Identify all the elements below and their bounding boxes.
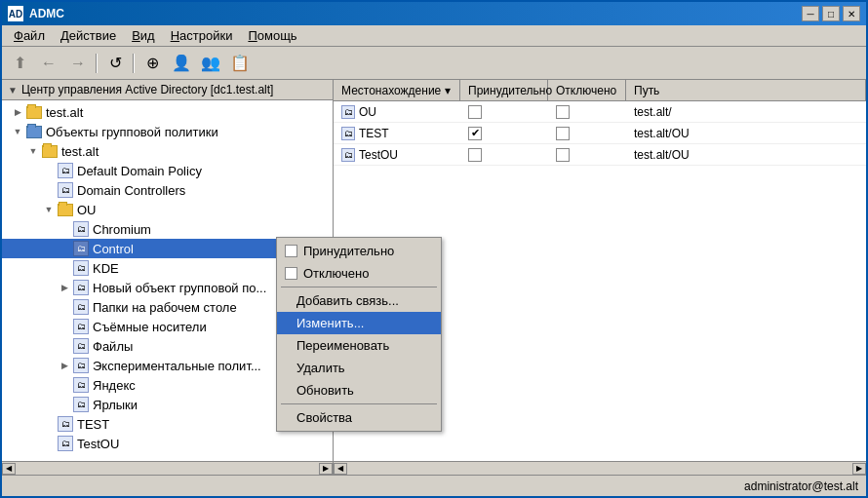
tree-item-default-domain[interactable]: 🗂 Default Domain Policy xyxy=(2,161,333,180)
col-label-path: Путь xyxy=(634,84,659,97)
toolbar-users[interactable]: 👥 xyxy=(197,51,224,76)
title-bar: AD ADMC ─ □ ✕ xyxy=(2,2,866,25)
checkbox-enforced-ou[interactable] xyxy=(468,105,482,119)
tree-item-testou[interactable]: 🗂 TestOU xyxy=(2,434,333,453)
expand-removable-media xyxy=(57,322,72,331)
left-panel-title: Центр управления Active Directory [dc1.t… xyxy=(21,83,274,96)
context-menu-item-properties[interactable]: Свойства xyxy=(277,406,441,429)
expand-yandex xyxy=(57,380,72,390)
label-kde: KDE xyxy=(93,261,119,276)
expand-experimental[interactable]: ▶ xyxy=(57,361,72,370)
toolbar-refresh[interactable]: ↺ xyxy=(101,51,129,76)
icon-yandex: 🗂 xyxy=(72,377,90,393)
menu-action[interactable]: Действие xyxy=(53,26,124,45)
label-control: Control xyxy=(93,242,134,256)
toolbar-user[interactable]: 👤 xyxy=(168,51,195,76)
label-domain-controllers: Domain Controllers xyxy=(77,183,185,198)
checkbox-enforced-test[interactable]: ✔ xyxy=(468,127,482,140)
menu-settings[interactable]: Настройки xyxy=(163,26,241,45)
label-folders-desktop: Папки на рабочем столе xyxy=(93,300,237,315)
right-scroll-left[interactable]: ◀ xyxy=(334,463,347,475)
table-row-test[interactable]: 🗂 TEST ✔ test.alt/OU xyxy=(334,123,866,144)
label-testou: TestOU xyxy=(77,437,119,451)
title-bar-left: AD ADMC xyxy=(8,6,64,21)
col-header-disabled[interactable]: Отключено xyxy=(548,80,626,100)
context-menu-item-rename[interactable]: Переименовать xyxy=(277,334,441,357)
col-header-location[interactable]: Местонахождение ▾ xyxy=(334,80,460,100)
cell-location-ou: 🗂 OU xyxy=(334,103,460,121)
context-sep1 xyxy=(281,287,437,287)
expand-gpo-root[interactable]: ▼ xyxy=(10,127,25,136)
context-check-disabled[interactable] xyxy=(285,267,297,280)
table-header: Местонахождение ▾ Принудительно Отключен… xyxy=(334,80,866,101)
right-scroll-track xyxy=(347,464,852,474)
table-row-testou[interactable]: 🗂 TestOU test.alt/OU xyxy=(334,144,866,166)
right-hscrollbar[interactable]: ◀ ▶ xyxy=(334,461,866,475)
col-header-enforced[interactable]: Принудительно xyxy=(460,80,548,100)
tree-hscrollbar[interactable]: ◀ ▶ xyxy=(2,461,333,475)
tree-item-test-alt-sub[interactable]: ▼ test.alt xyxy=(2,141,333,161)
toolbar: ⬆ ← → ↺ ⊕ 👤 👥 📋 xyxy=(2,47,866,80)
context-menu-item-enforced[interactable]: Принудительно xyxy=(277,240,441,262)
close-button[interactable]: ✕ xyxy=(843,6,860,21)
menu-view[interactable]: Вид xyxy=(124,26,163,45)
icon-testou: 🗂 xyxy=(57,436,74,451)
checkbox-disabled-testou[interactable] xyxy=(556,148,570,162)
title-bar-controls: ─ □ ✕ xyxy=(802,6,860,21)
label-shortcuts: Ярлыки xyxy=(93,398,138,412)
toolbar-sep2 xyxy=(133,54,135,73)
icon-removable-media: 🗂 xyxy=(72,319,90,334)
scroll-right-btn[interactable]: ▶ xyxy=(319,463,333,475)
tree-item-chromium[interactable]: 🗂 Chromium xyxy=(2,219,333,239)
icon-gpo-root xyxy=(25,124,43,139)
toolbar-up[interactable]: ⬆ xyxy=(6,51,33,76)
cell-path-ou: test.alt/ xyxy=(626,103,866,121)
context-menu-item-delete[interactable]: Удалить xyxy=(277,357,441,379)
icon-test-alt-sub xyxy=(41,143,59,159)
expand-kde xyxy=(57,263,72,273)
scroll-track xyxy=(16,464,319,474)
context-menu-item-refresh[interactable]: Обновить xyxy=(277,379,441,402)
expand-test-alt[interactable]: ▶ xyxy=(10,107,25,117)
context-menu-item-edit[interactable]: Изменить... xyxy=(277,312,441,334)
expand-test-alt-sub[interactable]: ▼ xyxy=(25,146,41,156)
checkbox-disabled-test[interactable] xyxy=(556,127,570,140)
tree-item-gpo-root[interactable]: ▼ Объекты групповой политики xyxy=(2,122,333,141)
expand-testou xyxy=(41,439,57,448)
toolbar-properties[interactable]: 📋 xyxy=(226,51,254,76)
table-row-ou[interactable]: 🗂 OU test.alt/ xyxy=(334,101,866,123)
cell-enforced-testou xyxy=(460,146,548,164)
context-check-enforced[interactable] xyxy=(285,245,297,257)
minimize-button[interactable]: ─ xyxy=(802,6,819,21)
context-sep2 xyxy=(281,403,437,404)
tree-item-domain-controllers[interactable]: 🗂 Domain Controllers xyxy=(2,180,333,200)
toolbar-add[interactable]: ⊕ xyxy=(138,51,166,76)
cell-location-test: 🗂 TEST xyxy=(334,125,460,142)
icon-test-alt xyxy=(25,104,43,120)
toolbar-forward[interactable]: → xyxy=(64,51,92,76)
expand-new-gpo[interactable]: ▶ xyxy=(57,283,72,292)
context-menu-item-disabled[interactable]: Отключено xyxy=(277,262,441,285)
col-label-disabled: Отключено xyxy=(556,84,616,97)
checkbox-disabled-ou[interactable] xyxy=(556,105,570,119)
menu-file[interactable]: Файл xyxy=(6,26,53,45)
label-removable-media: Съёмные носители xyxy=(93,320,207,334)
context-menu-item-add-link[interactable]: Добавить связь... xyxy=(277,289,441,312)
tree-item-ou[interactable]: ▼ OU xyxy=(2,200,333,219)
expand-domain-controllers xyxy=(41,185,57,195)
expand-folders-desktop xyxy=(57,302,72,312)
status-bar: administrator@test.alt xyxy=(2,475,866,496)
icon-chromium: 🗂 xyxy=(72,221,90,237)
restore-button[interactable]: □ xyxy=(822,6,840,21)
menu-help[interactable]: Помощь xyxy=(240,26,304,45)
expand-ou[interactable]: ▼ xyxy=(41,205,57,214)
col-header-path[interactable]: Путь xyxy=(626,80,866,100)
icon-test: 🗂 xyxy=(57,416,74,432)
tree-item-test-alt[interactable]: ▶ test.alt xyxy=(2,102,333,122)
scroll-left-btn[interactable]: ◀ xyxy=(2,463,16,475)
label-yandex: Яндекс xyxy=(93,378,136,393)
right-scroll-right[interactable]: ▶ xyxy=(852,463,866,475)
checkbox-enforced-testou[interactable] xyxy=(468,148,482,162)
toolbar-back[interactable]: ← xyxy=(35,51,62,76)
label-test-alt: test.alt xyxy=(46,105,83,120)
